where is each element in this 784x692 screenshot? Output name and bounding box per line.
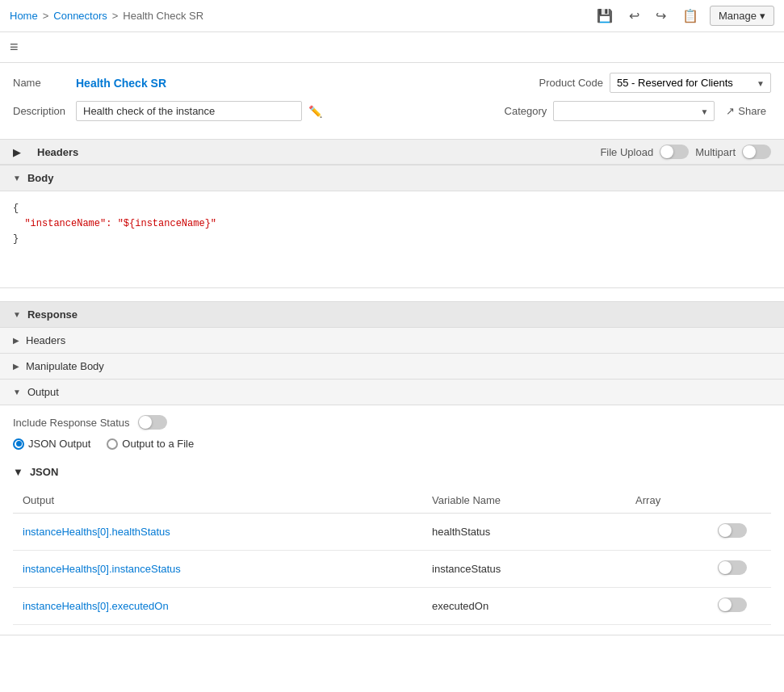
body-title: Body xyxy=(27,172,54,184)
output-toggle-icon: ▼ xyxy=(13,388,21,396)
multipart-toggle[interactable] xyxy=(742,145,771,159)
output-type-group: JSON Output Output to a File xyxy=(13,438,771,450)
response-section-header[interactable]: ▼ Response xyxy=(0,301,784,328)
breadcrumb: Home > Connectors > Health Check SR xyxy=(10,10,203,22)
description-row: Description ✏️ Category ▼ ↗ Share xyxy=(13,101,771,121)
manage-button[interactable]: Manage ▾ xyxy=(710,6,774,26)
file-upload-group: File Upload Multipart xyxy=(600,145,771,159)
include-response-row: Include Response Status xyxy=(13,415,771,430)
product-code-select-wrapper: 55 - Reserved for Clients ▼ xyxy=(610,73,771,93)
multipart-label: Multipart xyxy=(695,146,736,158)
category-select[interactable] xyxy=(553,101,715,121)
body-toggle-icon: ▼ xyxy=(13,174,21,182)
description-group: Description ✏️ xyxy=(13,101,322,121)
array-cell xyxy=(626,514,771,551)
manage-label: Manage xyxy=(719,10,757,22)
col-output-header: Output xyxy=(13,488,422,514)
json-table-header-row: Output Variable Name Array xyxy=(13,488,771,514)
variable-name-cell: executedOn xyxy=(422,588,626,625)
response-title: Response xyxy=(27,308,78,321)
output-cell: instanceHealths[0].executedOn xyxy=(13,588,422,625)
response-toggle-icon: ▼ xyxy=(13,310,21,319)
array-cell xyxy=(626,551,771,588)
table-row: instanceHealths[0].instanceStatus instan… xyxy=(13,551,771,588)
response-headers-title: Headers xyxy=(26,334,65,346)
undo-button[interactable]: ↩ xyxy=(624,5,644,27)
toolbar: 💾 ↩ ↪ 📋 Manage ▾ xyxy=(592,5,774,27)
json-output-label: JSON Output xyxy=(28,438,90,450)
headers-title: Headers xyxy=(37,146,78,158)
array-cell xyxy=(626,588,771,625)
save-button[interactable]: 💾 xyxy=(592,5,618,27)
table-row: instanceHealths[0].executedOn executedOn xyxy=(13,588,771,625)
manipulate-body-section[interactable]: ▶ Manipulate Body xyxy=(0,354,784,380)
file-upload-toggle[interactable] xyxy=(660,145,689,159)
category-select-wrapper: ▼ xyxy=(553,101,715,121)
response-headers-section[interactable]: ▶ Headers xyxy=(0,328,784,354)
json-subsection-title: JSON xyxy=(30,466,58,478)
code-line-1: { xyxy=(13,201,771,216)
include-response-toggle[interactable] xyxy=(138,415,167,430)
output-to-file-radio[interactable] xyxy=(107,438,118,450)
breadcrumb-sep1: > xyxy=(43,10,49,22)
breadcrumb-current: Health Check SR xyxy=(123,10,203,22)
output-content: Include Response Status JSON Output Outp… xyxy=(0,405,784,635)
share-label: Share xyxy=(738,105,766,117)
breadcrumb-home[interactable]: Home xyxy=(10,10,38,22)
copy-button[interactable]: 📋 xyxy=(677,5,703,27)
category-label: Category xyxy=(505,105,547,117)
manipulate-body-title: Manipulate Body xyxy=(26,360,104,372)
name-row: Name Health Check SR Product Code 55 - R… xyxy=(13,73,771,93)
variable-name-cell: healthStatus xyxy=(422,514,626,551)
code-line-3: } xyxy=(13,232,771,247)
file-upload-label: File Upload xyxy=(600,146,653,158)
top-bar: Home > Connectors > Health Check SR 💾 ↩ … xyxy=(0,0,784,32)
description-input[interactable] xyxy=(76,101,302,121)
json-output-radio[interactable] xyxy=(13,438,24,450)
response-headers-toggle-icon: ▶ xyxy=(13,336,19,345)
output-section-header[interactable]: ▼ Output xyxy=(0,380,784,405)
body-code-area[interactable]: { "instanceName": "${instanceName}" } xyxy=(0,191,784,288)
share-icon: ↗ xyxy=(726,105,735,117)
output-cell: instanceHealths[0].instanceStatus xyxy=(13,551,422,588)
json-toggle-icon: ▼ xyxy=(13,466,23,478)
form-area: Name Health Check SR Product Code 55 - R… xyxy=(0,63,784,140)
product-code-label: Product Code xyxy=(539,77,604,89)
json-output-table: Output Variable Name Array instanceHealt… xyxy=(13,488,771,625)
array-toggle[interactable] xyxy=(718,598,747,612)
body-section-header[interactable]: ▼ Body xyxy=(0,165,784,191)
description-label: Description xyxy=(13,105,69,117)
product-code-group: Product Code 55 - Reserved for Clients ▼ xyxy=(539,73,772,93)
hamburger-menu[interactable]: ≡ xyxy=(10,39,19,55)
name-value: Health Check SR xyxy=(76,77,166,90)
breadcrumb-connectors[interactable]: Connectors xyxy=(53,10,107,22)
output-cell: instanceHealths[0].healthStatus xyxy=(13,514,422,551)
table-row: instanceHealths[0].healthStatus healthSt… xyxy=(13,514,771,551)
edit-icon[interactable]: ✏️ xyxy=(308,105,322,118)
headers-toggle-icon: ▶ xyxy=(13,146,21,158)
menu-bar: ≡ xyxy=(0,32,784,63)
json-subsection-header[interactable]: ▼ JSON xyxy=(13,459,771,484)
redo-button[interactable]: ↪ xyxy=(651,5,671,27)
manage-arrow-icon: ▾ xyxy=(760,10,765,22)
category-group: Category ▼ ↗ Share xyxy=(505,101,771,121)
variable-name-cell: instanceStatus xyxy=(422,551,626,588)
array-toggle[interactable] xyxy=(718,560,747,575)
array-toggle[interactable] xyxy=(718,523,747,538)
col-variable-header: Variable Name xyxy=(422,488,626,514)
headers-section[interactable]: ▶ Headers File Upload Multipart xyxy=(0,140,784,165)
manipulate-body-toggle-icon: ▶ xyxy=(13,362,19,371)
col-array-header: Array xyxy=(626,488,771,514)
code-line-2: "instanceName": "${instanceName}" xyxy=(13,216,771,232)
output-to-file-option[interactable]: Output to a File xyxy=(107,438,194,450)
name-label: Name xyxy=(13,77,69,89)
product-code-select[interactable]: 55 - Reserved for Clients xyxy=(610,73,771,93)
name-group: Name Health Check SR xyxy=(13,77,166,90)
include-response-label: Include Response Status xyxy=(13,417,130,429)
json-table-body: instanceHealths[0].healthStatus healthSt… xyxy=(13,514,771,625)
json-output-option[interactable]: JSON Output xyxy=(13,438,90,450)
output-title: Output xyxy=(27,386,59,398)
output-to-file-label: Output to a File xyxy=(122,438,194,450)
share-button[interactable]: ↗ Share xyxy=(721,102,771,120)
breadcrumb-sep2: > xyxy=(112,10,119,22)
